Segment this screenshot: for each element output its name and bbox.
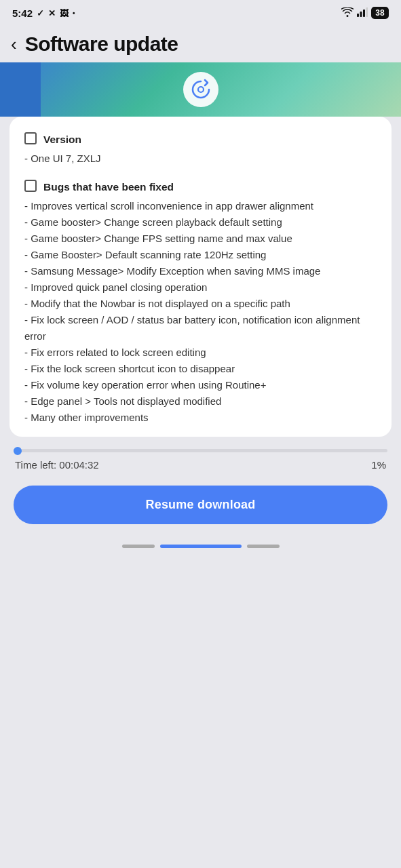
bugs-item: - Fix lock screen / AOD / status bar bat… (24, 312, 377, 344)
bugs-item: - Edge panel > Tools not displayed modif… (24, 393, 377, 410)
progress-track (14, 449, 387, 452)
status-bar: 5:42 ✓ ✕ 🖼 • 38 (0, 0, 401, 23)
bugs-item: - Fix the lock screen shortcut icon to d… (24, 361, 377, 377)
signal-icon (357, 7, 368, 19)
bottom-nav-back (122, 545, 155, 548)
hero-stripe (0, 62, 41, 117)
resume-download-button[interactable]: Resume download (14, 486, 387, 524)
bugs-item: - Fix errors related to lock screen edit… (24, 344, 377, 361)
bugs-item: - Game booster> Change FPS setting name … (24, 231, 377, 247)
bugs-item: - Game booster> Change screen playback d… (24, 214, 377, 231)
bottom-nav-recents (247, 545, 280, 548)
bottom-nav-bar (0, 538, 401, 552)
svg-rect-2 (363, 9, 365, 17)
button-area: Resume download (0, 476, 401, 538)
version-label: Version (43, 132, 81, 148)
bugs-item: - Game Booster> Default scanning rate 12… (24, 247, 377, 263)
content-card: Version - One UI 7, ZXLJ Bugs that have … (9, 117, 392, 437)
version-text: - One UI 7, ZXLJ (24, 151, 377, 167)
wifi-icon (341, 7, 354, 19)
bugs-item: - Many other improvements (24, 410, 377, 426)
progress-dot (14, 447, 22, 455)
version-content: - One UI 7, ZXLJ (24, 151, 377, 167)
bugs-item: - Fix volume key operation error when us… (24, 377, 377, 393)
page-title: Software update (25, 33, 178, 56)
version-section-header: Version (24, 132, 377, 148)
bugs-checkbox-icon (24, 180, 37, 192)
bugs-item: - Samsung Message> Modify Exception when… (24, 263, 377, 279)
status-time: 5:42 (12, 7, 33, 19)
back-button[interactable]: ‹ (11, 35, 17, 53)
status-left: 5:42 ✓ ✕ 🖼 • (12, 7, 75, 19)
battery-indicator: 38 (371, 7, 389, 19)
image-icon: 🖼 (60, 8, 69, 18)
bugs-section-header: Bugs that have been fixed (24, 179, 377, 195)
checkmark-icon: ✓ (37, 8, 44, 18)
bugs-content: - Improves vertical scroll inconvenience… (24, 198, 377, 426)
svg-point-4 (198, 87, 204, 92)
status-right: 38 (341, 7, 389, 19)
x-icon: ✕ (48, 8, 56, 18)
bugs-item: - Improves vertical scroll inconvenience… (24, 198, 377, 214)
svg-rect-0 (357, 14, 359, 17)
header: ‹ Software update (0, 23, 401, 62)
progress-area: Time left: 00:04:32 1% (0, 437, 401, 476)
bugs-item: - Improved quick panel closing operation (24, 279, 377, 296)
dot-icon: • (73, 9, 75, 17)
version-checkbox-icon (24, 132, 37, 144)
bottom-nav-home (160, 545, 242, 548)
progress-labels: Time left: 00:04:32 1% (14, 459, 387, 471)
update-icon (183, 72, 218, 107)
progress-percent: 1% (371, 459, 386, 471)
hero-banner (0, 62, 401, 117)
svg-rect-3 (366, 7, 368, 17)
svg-rect-1 (360, 12, 362, 17)
bugs-item: - Modify that the Nowbar is not displaye… (24, 296, 377, 312)
time-left-label: Time left: 00:04:32 (15, 459, 99, 471)
bugs-label: Bugs that have been fixed (43, 179, 174, 195)
